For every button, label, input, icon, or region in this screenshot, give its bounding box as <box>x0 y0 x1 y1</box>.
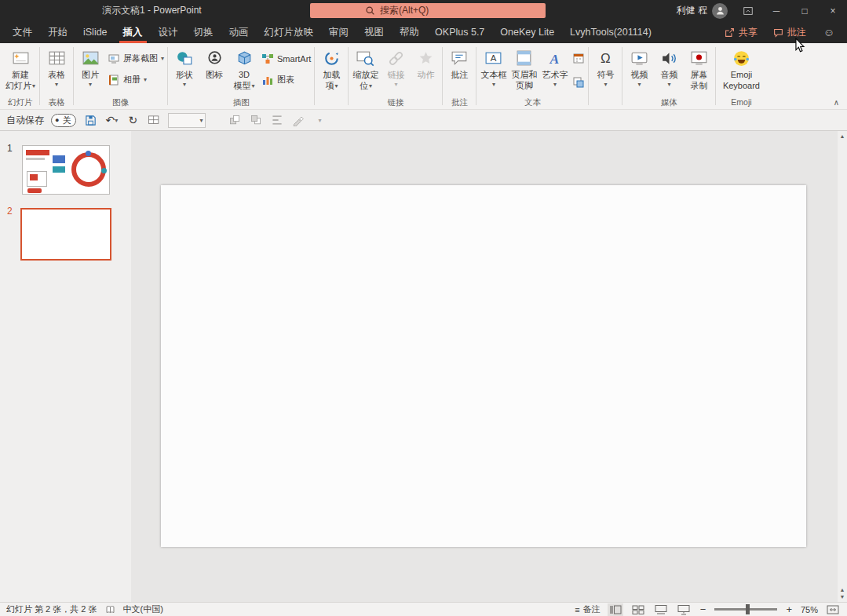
tab-design[interactable]: 设计 <box>151 21 186 43</box>
minimize-button[interactable]: ─ <box>762 0 790 21</box>
zoom-out-button[interactable]: − <box>699 603 708 615</box>
action-button[interactable]: 动作 <box>411 45 440 95</box>
link-button[interactable]: 链接▾ <box>381 45 411 95</box>
slide-editing-area[interactable] <box>161 185 806 547</box>
notes-icon: ≡ <box>575 605 579 614</box>
zoom-button[interactable]: 缩放定位▾ <box>350 45 381 95</box>
slide-2-thumbnail[interactable] <box>20 208 111 261</box>
undo-button[interactable]: ↶▾ <box>104 111 119 129</box>
tab-file[interactable]: 文件 <box>5 21 40 43</box>
spellcheck-book-icon[interactable] <box>105 604 115 614</box>
fit-slide-to-window-button[interactable] <box>825 603 841 616</box>
autosave-toggle[interactable]: ● 关 <box>51 114 76 127</box>
shapes-button[interactable]: 形状▾ <box>170 45 199 95</box>
pictures-button[interactable]: 图片▾ <box>75 45 105 95</box>
align-objects-button[interactable] <box>270 111 284 129</box>
language-indicator[interactable]: 中文(中国) <box>123 603 163 615</box>
zoom-level[interactable]: 75% <box>801 605 818 614</box>
ribbon-group-comments: 批注 批注 <box>444 43 475 109</box>
photo-album-icon <box>107 73 120 86</box>
icons-button[interactable]: 图标 <box>199 45 229 95</box>
tab-animations[interactable]: 动画 <box>221 21 257 43</box>
slideshow-view-button[interactable] <box>676 603 692 616</box>
symbol-button[interactable]: Ω 符号▾ <box>590 45 620 95</box>
table-button[interactable]: 表格▾ <box>42 45 71 95</box>
chart-icon <box>261 73 274 86</box>
tab-insert[interactable]: 插入 <box>115 21 151 43</box>
table-icon <box>46 48 68 69</box>
tab-onekey-lite[interactable]: OneKey Lite <box>492 21 562 43</box>
zoom-in-button[interactable]: + <box>784 603 794 615</box>
photo-album-button[interactable]: 相册 ▾ <box>107 73 164 86</box>
header-footer-button[interactable]: 页眉和页脚 <box>509 45 539 95</box>
comments-button[interactable]: 批注 <box>765 21 814 43</box>
date-time-button[interactable] <box>571 51 585 64</box>
user-name[interactable]: 利健 程 <box>677 4 707 17</box>
customize-qat-button[interactable]: ▾ <box>312 111 327 129</box>
audio-button[interactable]: 音频▾ <box>654 45 684 95</box>
reading-view-button[interactable] <box>653 603 669 616</box>
object-icon <box>571 75 585 89</box>
add-ins-button[interactable]: 加载项▾ <box>316 45 346 95</box>
tab-okplus[interactable]: OKPlus 5.7 <box>427 21 492 43</box>
wordart-icon: A <box>544 48 565 69</box>
text-box-button[interactable]: A 文本框▾ <box>478 45 509 95</box>
previous-slide-button[interactable]: ▲ <box>840 586 845 593</box>
group-separator <box>39 47 40 105</box>
action-icon <box>415 48 436 69</box>
group-label-addins <box>316 97 346 109</box>
feedback-smiley-icon[interactable]: ☺ <box>814 26 844 38</box>
add-ins-icon <box>321 48 342 69</box>
tab-help[interactable]: 帮助 <box>392 21 427 43</box>
tab-home[interactable]: 开始 <box>40 21 75 43</box>
object-button[interactable] <box>571 75 585 89</box>
wordart-button[interactable]: A 艺术字▾ <box>539 45 570 95</box>
zoom-slider-thumb[interactable] <box>746 604 750 614</box>
tab-view[interactable]: 视图 <box>356 21 392 43</box>
comment-icon <box>449 48 470 69</box>
slide-sorter-view-button[interactable] <box>630 603 646 616</box>
ribbon-display-options-button[interactable] <box>734 0 762 21</box>
new-comment-button[interactable]: 批注 <box>444 45 474 95</box>
notes-button[interactable]: ≡ 备注 <box>575 603 600 615</box>
screen-recording-icon <box>688 48 710 69</box>
save-button[interactable] <box>83 111 97 129</box>
collapse-ribbon-button[interactable]: ∧ <box>831 97 842 108</box>
maximize-button[interactable]: □ <box>790 0 819 21</box>
share-button[interactable]: 共享 <box>717 21 765 43</box>
group-label-emoji: Emoji <box>717 97 765 109</box>
format-painter-button[interactable] <box>291 111 305 129</box>
video-button[interactable]: 视频▾ <box>624 45 654 95</box>
scroll-up-button[interactable]: ▲ <box>840 131 845 141</box>
chart-button[interactable]: 图表 <box>261 73 311 86</box>
group-separator <box>314 47 315 105</box>
qat-combobox[interactable]: ▾ <box>168 113 206 128</box>
avatar[interactable] <box>712 3 728 19</box>
emoji-keyboard-button[interactable]: EmojiKeyboard <box>717 45 765 95</box>
screen-recording-button[interactable]: 屏幕录制 <box>684 45 714 95</box>
vertical-scrollbar[interactable]: ▲ ▲ ▼ <box>838 131 847 602</box>
zoom-slider[interactable] <box>714 608 777 611</box>
next-slide-button[interactable]: ▼ <box>840 593 845 602</box>
three-d-models-button[interactable]: 3D模型▾ <box>229 45 259 95</box>
new-slide-button[interactable]: 新建幻灯片▾ <box>3 45 38 95</box>
screenshot-button[interactable]: 屏幕截图 ▾ <box>107 52 164 65</box>
ribbon-group-links: 缩放定位▾ 链接▾ 动作 链接 <box>349 43 441 109</box>
normal-view-button[interactable] <box>608 603 623 616</box>
window-title: 演示文稿1 - PowerPoint <box>102 4 202 17</box>
grid-button[interactable] <box>147 111 161 129</box>
tab-lvyhtools[interactable]: LvyhTools(201114) <box>562 21 659 43</box>
close-button[interactable]: × <box>819 0 847 21</box>
link-icon <box>385 48 407 69</box>
tab-islide[interactable]: iSlide <box>75 21 115 43</box>
send-backward-button[interactable] <box>249 111 263 129</box>
bring-forward-button[interactable] <box>228 111 242 129</box>
tab-slideshow[interactable]: 幻灯片放映 <box>257 21 322 43</box>
slide-1-thumbnail[interactable] <box>22 145 110 195</box>
tab-review[interactable]: 审阅 <box>321 21 356 43</box>
search-box[interactable]: 搜索(Alt+Q) <box>310 3 546 18</box>
smartart-button[interactable]: SmartArt <box>261 52 311 65</box>
redo-button[interactable]: ↻ <box>126 111 140 129</box>
tab-transitions[interactable]: 切换 <box>186 21 221 43</box>
video-icon <box>629 48 650 69</box>
